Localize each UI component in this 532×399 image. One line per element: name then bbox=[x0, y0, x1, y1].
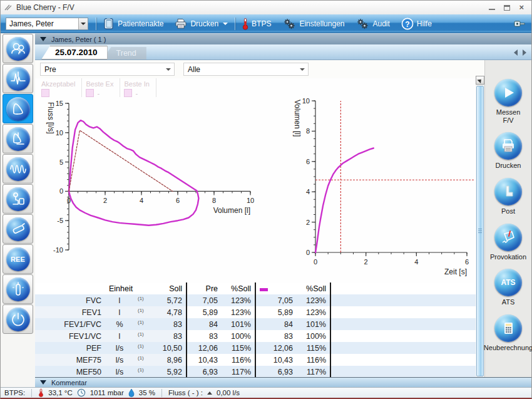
logout-key-icon[interactable] bbox=[513, 19, 526, 28]
action-post[interactable]: Post bbox=[485, 178, 531, 215]
tab-scroll-left-icon[interactable] bbox=[514, 49, 518, 56]
ref-note: (1) bbox=[134, 318, 150, 330]
maximize-button[interactable] bbox=[504, 5, 510, 11]
sidebar-item-spirogram[interactable] bbox=[3, 64, 33, 93]
svg-text:Fluss [l/s]: Fluss [l/s] bbox=[46, 102, 55, 134]
sidebar-item-power[interactable] bbox=[3, 304, 33, 334]
action-ats[interactable]: ATSATS bbox=[485, 269, 531, 306]
table-row-fvc[interactable]: FVCl(1)5,727,05123%7,05123% bbox=[35, 294, 476, 306]
chevron-down-icon bbox=[223, 23, 228, 25]
sidebar-item-flow-volume[interactable] bbox=[3, 94, 33, 123]
volume-time-chart: 02460246810Zeit [s]Volumen [l] bbox=[288, 92, 476, 280]
collapse-patient-icon[interactable] bbox=[40, 37, 46, 41]
sidebar-item-gas[interactable] bbox=[3, 274, 33, 304]
comment-bar[interactable]: Kommentar bbox=[35, 377, 531, 387]
audit-button[interactable]: Audit bbox=[350, 16, 395, 32]
content-area: Pre Alle AkzeptabelBeste Ex-Beste In- 02… bbox=[35, 60, 484, 377]
trial-select[interactable]: Pre bbox=[40, 63, 175, 76]
audit-label: Audit bbox=[372, 19, 389, 28]
pre-value: 83 bbox=[187, 330, 222, 342]
collapse-comment-icon[interactable] bbox=[40, 380, 46, 385]
patient-select[interactable]: James, Peter bbox=[6, 18, 88, 30]
action-neuberechnung[interactable]: Neuberechnung bbox=[485, 314, 531, 352]
param-unit: l bbox=[105, 294, 134, 306]
hilfe-button[interactable]: ?Hilfe bbox=[396, 16, 437, 32]
svg-text:6: 6 bbox=[465, 258, 469, 266]
patientenakte-label: Patientenakte bbox=[118, 19, 163, 28]
close-button[interactable]: × bbox=[519, 4, 524, 11]
param-unit: l bbox=[105, 330, 134, 342]
svg-text:6: 6 bbox=[306, 158, 310, 165]
bodybox-icon bbox=[6, 187, 30, 211]
patient-header[interactable]: James, Peter ( 1 ) bbox=[35, 33, 531, 44]
filter-row: Pre Alle bbox=[35, 60, 484, 78]
table-row-pef[interactable]: PEFl/s(1)10,5012,06115%12,06115% bbox=[35, 342, 476, 354]
vertical-scrollbar[interactable] bbox=[476, 76, 484, 377]
pre-value: 84 bbox=[187, 318, 222, 330]
legend-label: Akzeptabel bbox=[41, 80, 75, 88]
main-toolbar: James, Peter PatientenakteDruckenBTPSEin… bbox=[1, 14, 531, 33]
post-series-marker-icon bbox=[260, 288, 268, 291]
flow-volume-icon bbox=[6, 97, 30, 121]
patientenakte-button[interactable]: Patientenakte bbox=[98, 16, 169, 32]
scrollbar-thumb[interactable] bbox=[476, 86, 484, 376]
col-post-marker bbox=[255, 282, 297, 294]
action-drucken-label: Drucken bbox=[496, 162, 521, 170]
humidity-value: 35 % bbox=[139, 389, 155, 396]
tab-trend[interactable]: Trend bbox=[103, 47, 146, 60]
einstellungen-button[interactable]: Einstellungen bbox=[277, 16, 350, 32]
minimize-button[interactable] bbox=[489, 6, 495, 10]
drucken-button[interactable]: Drucken bbox=[169, 16, 233, 32]
tab-scroll-right-icon[interactable] bbox=[523, 49, 526, 56]
svg-text:10: 10 bbox=[302, 97, 310, 105]
action-messen-fv[interactable]: MessenF/V bbox=[485, 79, 531, 124]
patient-select-value: James, Peter bbox=[9, 19, 54, 28]
tab-25-07-2010[interactable]: 25.07.2010 bbox=[41, 46, 108, 60]
scrollbar-top-button[interactable] bbox=[476, 76, 484, 85]
printer-blue-icon bbox=[494, 132, 522, 160]
table-row-mef50[interactable]: MEF50l/s(1)5,926,93117%6,93117% bbox=[35, 366, 476, 377]
action-drucken[interactable]: Drucken bbox=[485, 132, 531, 170]
parameter-select[interactable]: Alle bbox=[183, 63, 309, 76]
post-psoll-value: 117% bbox=[297, 366, 330, 377]
col-pre-psoll: %Soll bbox=[222, 282, 255, 294]
thermometer-icon bbox=[38, 388, 44, 397]
pre-value: 7,05 bbox=[187, 294, 222, 306]
ref-note: (1) bbox=[134, 306, 150, 318]
pressure-value: 1011 mbar bbox=[90, 389, 124, 396]
post-value: 10,43 bbox=[255, 354, 297, 366]
action-ats-label: ATS bbox=[502, 298, 515, 306]
legend-label: Beste Ex bbox=[86, 80, 113, 88]
action-provokation[interactable]: Provokation bbox=[485, 224, 531, 261]
pre-psoll-value: 123% bbox=[222, 306, 255, 318]
btps-button[interactable]: BTPS bbox=[237, 16, 277, 32]
table-row-fev1[interactable]: FEV1l(1)4,785,89123%5,89123% bbox=[35, 306, 476, 318]
toolbar-separator bbox=[96, 18, 96, 30]
svg-text:-5: -5 bbox=[57, 217, 63, 224]
pre-psoll-value: 101% bbox=[222, 318, 255, 330]
sidebar-item-calibration[interactable] bbox=[3, 214, 33, 244]
results-table: EinheitSollPre%Soll%SollFVCl(1)5,727,051… bbox=[35, 282, 476, 377]
temperature-value: 33,1 °C bbox=[48, 389, 72, 396]
patient-record-icon bbox=[103, 18, 115, 30]
table-row-fev1-vc[interactable]: FEV1/VCl(1)8383100%83100% bbox=[35, 330, 476, 342]
window-title: Blue Cherry - F/V bbox=[16, 3, 489, 12]
sidebar-item-ree[interactable]: REE bbox=[3, 244, 33, 274]
param-name: FEV1 bbox=[35, 306, 105, 318]
patient-select-arrow[interactable] bbox=[78, 18, 88, 29]
table-row-mef75[interactable]: MEF75l/s(1)8,9610,43116%10,43116% bbox=[35, 354, 476, 366]
svg-text:8: 8 bbox=[212, 197, 216, 204]
svg-text:Zeit [s]: Zeit [s] bbox=[444, 267, 467, 276]
statusbar-separator bbox=[31, 389, 32, 397]
post-psoll-value: 100% bbox=[297, 330, 330, 342]
sidebar-item-oscillation[interactable] bbox=[3, 154, 33, 184]
table-row-fev1-fvc[interactable]: FEV1/FVC%(1)8384101%84101% bbox=[35, 318, 476, 330]
pre-value: 12,06 bbox=[187, 342, 222, 354]
sidebar-item-bodybox[interactable] bbox=[3, 184, 33, 214]
sidebar-item-flow-volume-2[interactable] bbox=[3, 124, 33, 153]
patients-icon bbox=[6, 37, 30, 61]
ree-text-icon: REE bbox=[6, 247, 30, 271]
sidebar-item-patients[interactable] bbox=[3, 34, 33, 63]
soll-value: 8,96 bbox=[150, 354, 187, 366]
hilfe-label: Hilfe bbox=[417, 19, 432, 28]
